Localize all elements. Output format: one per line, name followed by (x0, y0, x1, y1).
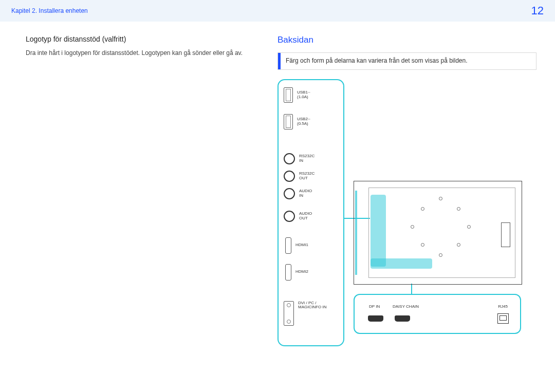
vesa-hole-icon (467, 225, 471, 229)
port-audio-out: AUDIO OUT (284, 211, 339, 222)
left-column: Logotyp för distansstöd (valfritt) Dra i… (26, 35, 278, 351)
left-heading: Logotyp för distansstöd (valfritt) (26, 35, 267, 43)
page-content: Logotyp för distansstöd (valfritt) Dra i… (0, 22, 555, 351)
usb-symbol-icon: ⎓ (308, 90, 310, 95)
port-dvi: DVI / PC / MAGICINFO IN (284, 301, 339, 326)
port-usb2: USB2 ⎓ (0.5A) (284, 114, 339, 129)
usb-port-icon (284, 87, 293, 103)
displayport-icon (395, 315, 410, 322)
dvi-icon (284, 301, 294, 326)
port-label: DVI / PC / MAGICINFO IN (298, 301, 327, 310)
port-audio-in: AUDIO IN (284, 188, 339, 199)
port-label: AUDIO OUT (299, 212, 312, 221)
left-body-text: Dra inte hårt i logotypen för distansstö… (26, 48, 267, 58)
port-label-usb1: USB1 ⎓ (1.0A) (297, 90, 310, 100)
port-hdmi2: HDMI2 (284, 264, 339, 281)
rear-chassis-view (354, 181, 522, 285)
jack-icon (284, 153, 295, 164)
vesa-hole-icon (421, 243, 424, 247)
hdmi-icon (285, 237, 291, 254)
connector-line (411, 284, 412, 295)
port-highlight-vertical (371, 195, 386, 267)
port-label: HDMI2 (295, 270, 308, 274)
vesa-hole-icon (411, 225, 414, 229)
vesa-hole-icon (457, 243, 460, 247)
port-label: RS232C IN (299, 154, 314, 163)
port-label-dpin: DP IN (369, 304, 380, 309)
note-text: Färg och form på delarna kan variera frå… (281, 53, 473, 69)
side-port-panel: USB1 ⎓ (1.0A) USB2 ⎓ (0.5A) RS232C IN (278, 79, 344, 346)
chapter-title: Kapitel 2. Installera enheten (11, 7, 88, 14)
displayport-icon (368, 315, 383, 322)
jack-icon (284, 171, 295, 182)
bottom-port-panel: DP IN DAISY CHAIN RJ45 (354, 294, 521, 334)
port-usb1: USB1 ⎓ (1.0A) (284, 87, 339, 103)
port-label: AUDIO IN (299, 189, 312, 198)
vesa-hole-icon (421, 207, 424, 211)
note-box: Färg och form på delarna kan variera frå… (278, 52, 536, 70)
page-number: 12 (531, 4, 544, 17)
jack-icon (284, 188, 295, 199)
port-label: RS232C OUT (299, 172, 314, 181)
port-rs232c-in: RS232C IN (284, 153, 339, 164)
port-hdmi1: HDMI1 (284, 237, 339, 254)
hdmi-icon (285, 264, 291, 281)
port-label-rj45: RJ45 (498, 304, 508, 309)
jack-icon (284, 211, 295, 222)
usb-symbol-icon: ⎓ (308, 117, 310, 121)
right-heading: Baksidan (278, 35, 536, 45)
vesa-hole-icon (439, 253, 442, 257)
port-label-daisy: DAISY CHAIN (393, 304, 419, 309)
port-label-usb2: USB2 ⎓ (0.5A) (297, 117, 310, 126)
right-column: Baksidan Färg och form på delarna kan va… (278, 35, 536, 351)
rear-diagram: USB1 ⎓ (1.0A) USB2 ⎓ (0.5A) RS232C IN (278, 79, 524, 351)
power-inlet-icon (501, 222, 510, 247)
usb-port-icon (284, 114, 293, 129)
vesa-hole-icon (457, 207, 460, 211)
port-highlight-horizontal (371, 258, 432, 269)
port-rs232c-out: RS232C OUT (284, 171, 339, 182)
port-label: HDMI1 (295, 243, 308, 248)
side-slot-highlight (355, 191, 365, 275)
page-header: Kapitel 2. Installera enheten 12 (0, 0, 555, 22)
vesa-hole-icon (439, 197, 442, 200)
rj45-icon (497, 313, 509, 324)
